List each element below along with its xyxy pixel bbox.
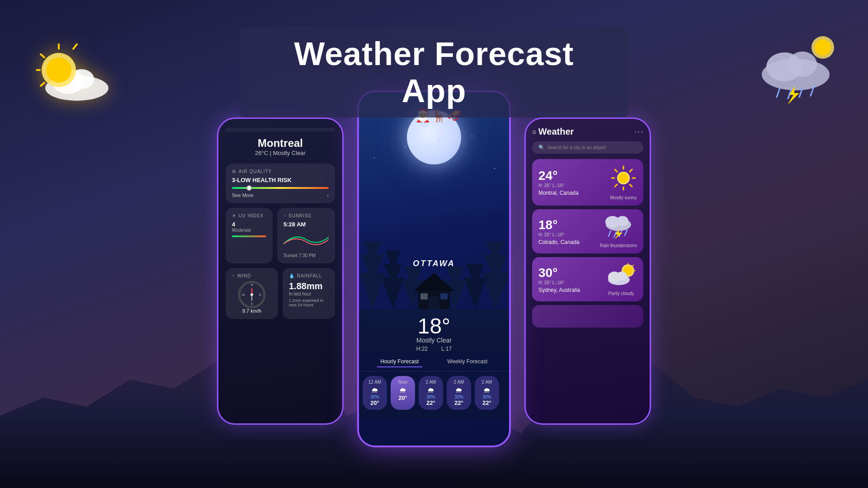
moon-scene: 🎅🦌🛷	[359, 92, 509, 309]
rainfall-card: 💧 RAINFALL 1.88mm In last hour 1.2mm exp…	[283, 268, 335, 319]
sydney-city-label: Sydney, Australia	[538, 287, 580, 293]
sunrise-time: 5:28 AM	[283, 221, 329, 228]
phones-container: Montreal 26°C | Mostly Clear ⚙ AIR QUALI…	[217, 90, 651, 461]
partly-cloudy-icon-sydney	[605, 263, 637, 287]
montreal-condition: Mostly sunny	[610, 195, 637, 200]
ottawa-temp: 18°	[366, 314, 502, 338]
uv-card: ☀ UV INDEX 4 Moderate	[226, 208, 273, 263]
phone-ottawa: 🎅🦌🛷	[357, 90, 511, 447]
rainfall-title: 💧 RAINFALL	[289, 273, 329, 278]
svg-point-27	[250, 293, 253, 296]
air-quality-dot	[246, 185, 252, 191]
right-title: ≡ Weather	[532, 127, 574, 137]
weather-card-colorado[interactable]: 18° H: 26° L:-16° Colrado, Canada	[532, 209, 643, 253]
search-icon: 🔍	[538, 145, 545, 150]
phone-montreal: Montreal 26°C | Mostly Clear ⚙ AIR QUALI…	[217, 117, 344, 425]
rainfall-value: 1.88mm	[289, 281, 329, 291]
weather-card-montreal[interactable]: 24° H: 26° L:-16° Montral, Canada	[532, 159, 643, 206]
hour-item-0[interactable]: 12 AM 🌧 30% 20°	[363, 376, 387, 410]
phone-weather-list: ≡ Weather ⋯ 🔍 Search for a city or an ai…	[524, 117, 651, 425]
sunrise-card: ↑ SUNRISE 5:28 AM Sunset 7:30 PM	[277, 208, 335, 263]
svg-text:W: W	[242, 293, 245, 296]
search-bar[interactable]: 🔍 Search for a city or an airport	[532, 141, 643, 154]
uv-value: 4	[232, 221, 266, 228]
hour-item-2a[interactable]: 2 AM 🌧 30% 22°	[419, 376, 443, 410]
air-quality-card: ⚙ AIR QUALITY 3-LOW HEALTH RISK See More…	[226, 164, 335, 203]
weather-list-content: ≡ Weather ⋯ 🔍 Search for a city or an ai…	[526, 119, 650, 423]
header-banner: Weather Forecast App	[240, 27, 628, 117]
cabin	[411, 268, 457, 309]
see-more-row[interactable]: See More ›	[232, 192, 329, 198]
ottawa-condition: Mostly Clear	[366, 337, 502, 344]
air-quality-risk: 3-LOW HEALTH RISK	[232, 177, 329, 183]
wind-rainfall-row: ~ WIND N E S W	[226, 268, 335, 324]
montreal-temp-condition: 26°C | Mostly Clear	[226, 150, 335, 156]
rainfall-forecast: 1.2mm expexted in next 24 hours	[289, 298, 329, 307]
deco-weather-left	[36, 36, 118, 104]
wind-card: ~ WIND N E S W	[226, 268, 278, 319]
svg-line-58	[615, 184, 617, 187]
uv-title: ☀ UV INDEX	[232, 213, 266, 218]
svg-marker-44	[414, 273, 454, 291]
montreal-city: Montreal	[226, 137, 335, 150]
colorado-condition: Rain thunderstorm	[600, 243, 637, 248]
svg-line-56	[630, 184, 632, 187]
svg-text:N: N	[251, 283, 253, 286]
sunset-label: Sunset 7:30 PM	[283, 253, 329, 258]
colorado-hl: H: 26° L:-16°	[538, 232, 580, 237]
right-header: ≡ Weather ⋯	[532, 126, 643, 137]
svg-point-4	[46, 57, 71, 83]
rain-icon-colorado	[603, 215, 634, 239]
sydney-condition: Partly cloudy	[605, 291, 637, 296]
hour-item-2c[interactable]: 2 AM 🌧 30% 22°	[475, 376, 499, 410]
svg-line-65	[625, 230, 627, 235]
ottawa-weather-info: 18° Mostly Clear H:22 L:17	[359, 314, 509, 352]
weather-card-sydney[interactable]: 30° H: 26° L:-16° Sydney, Australia	[532, 257, 643, 301]
svg-rect-45	[429, 296, 439, 309]
svg-point-74	[616, 272, 627, 281]
air-quality-title: ⚙ AIR QUALITY	[232, 169, 329, 174]
ottawa-city-label: OTTAWA	[359, 259, 509, 268]
montreal-content: Montreal 26°C | Mostly Clear ⚙ AIR QUALI…	[218, 119, 342, 423]
sydney-temp: 30°	[538, 266, 580, 280]
svg-text:S: S	[251, 302, 253, 305]
wind-compass: N E S W	[238, 281, 265, 308]
svg-point-61	[617, 216, 628, 226]
ottawa-content: 🎅🦌🛷	[359, 92, 509, 446]
forecast-tabs: Hourly Forecast Weekly Forecast 12 AM 🌧 …	[359, 352, 509, 419]
svg-line-62	[609, 231, 611, 236]
colorado-city-label: Colrado, Canada	[538, 239, 580, 245]
tab-hourly[interactable]: Hourly Forecast	[377, 357, 423, 367]
wind-value: 9.7 km/h	[232, 308, 272, 314]
ottawa-hl: H:22 L:17	[366, 346, 502, 352]
air-quality-bar	[232, 187, 329, 189]
svg-text:E: E	[259, 293, 261, 296]
svg-line-70	[632, 265, 633, 267]
wind-title: ~ WIND	[232, 273, 272, 278]
menu-dots-button[interactable]: ⋯	[634, 126, 643, 137]
svg-line-57	[630, 169, 632, 172]
hour-item-2b[interactable]: 2 AM 🌧 30% 22°	[447, 376, 471, 410]
svg-line-8	[41, 83, 44, 86]
uv-bar	[232, 235, 266, 237]
montreal-city-label: Montral, Canada	[538, 190, 579, 196]
svg-line-13	[777, 88, 780, 97]
hourly-scroll: 12 AM 🌧 30% 20° Now 🌧 20° 2 AM	[359, 371, 509, 414]
svg-line-6	[41, 54, 44, 57]
app-title: Weather Forecast App	[267, 35, 601, 109]
svg-line-55	[615, 169, 617, 172]
svg-point-50	[618, 173, 628, 183]
deco-weather-right	[746, 32, 836, 113]
uv-sunrise-row: ☀ UV INDEX 4 Moderate ↑ SUNRISE 5:28 AM	[226, 208, 335, 268]
hour-item-now[interactable]: Now 🌧 20°	[391, 376, 415, 410]
colorado-temp: 18°	[538, 218, 580, 232]
sydney-hl: H: 26° L:-16°	[538, 280, 580, 285]
rainfall-period: In last hour	[289, 291, 329, 296]
svg-line-9	[73, 44, 77, 49]
montreal-hl: H: 26° L:-16°	[538, 183, 579, 188]
uv-desc: Moderate	[232, 228, 266, 233]
svg-point-19	[815, 39, 831, 56]
svg-point-12	[788, 52, 817, 77]
sunrise-title: ↑ SUNRISE	[283, 213, 329, 218]
tab-weekly[interactable]: Weekly Forecast	[443, 357, 491, 367]
